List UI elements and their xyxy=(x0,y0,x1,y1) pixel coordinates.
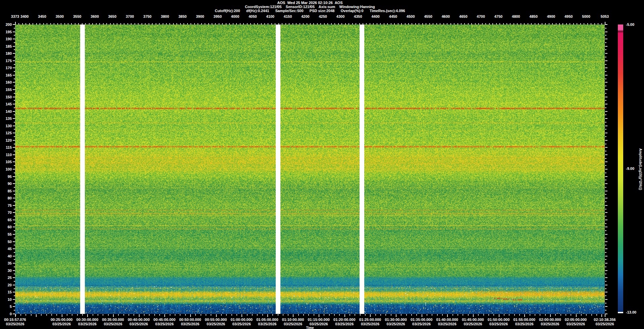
time-axis-tick xyxy=(108,314,109,316)
left-axis-tick-label: 55 xyxy=(8,232,12,236)
time-axis-tick xyxy=(391,314,391,316)
left-axis-tick xyxy=(13,241,15,242)
time-tick-label: 00:35:00.000 xyxy=(102,318,124,322)
header-title: AOS Wed 25 Mar 2026 02:10:26 AOS xyxy=(15,1,605,5)
right-axis-tick xyxy=(605,198,607,198)
top-axis-tick-label: 4600 xyxy=(442,14,450,18)
right-axis-tick xyxy=(605,154,607,155)
right-axis-tick xyxy=(605,158,606,159)
left-axis-tick-label: 50 xyxy=(8,240,12,244)
right-axis-tick xyxy=(605,28,606,29)
time-axis-tick xyxy=(566,314,566,316)
time-axis-tick xyxy=(211,314,211,316)
time-axis-tick xyxy=(72,314,72,316)
time-axis-tick xyxy=(190,314,191,317)
time-axis-tick xyxy=(51,314,52,316)
right-axis-tick xyxy=(605,118,607,119)
left-axis-tick xyxy=(13,161,15,162)
time-axis-tick xyxy=(236,314,237,316)
time-tick-label: 01:40:00.000 xyxy=(436,318,458,322)
time-tick-label: 01:55:00.000 xyxy=(513,318,535,322)
left-axis-tick xyxy=(13,227,15,227)
right-axis-tick xyxy=(605,205,607,206)
right-axis-tick xyxy=(605,35,606,36)
right-axis-tick xyxy=(605,42,606,43)
top-axis-tick-label: 3550 xyxy=(73,14,81,18)
left-frequency-axis: 2001951901851801751701651601551501451401… xyxy=(0,0,15,329)
left-axis-tick-label: 45 xyxy=(8,247,12,251)
left-axis-tick-label: 170 xyxy=(6,66,12,70)
right-axis-tick xyxy=(605,180,606,180)
left-axis-tick-label: 70 xyxy=(8,210,12,215)
left-axis-tick-label: 105 xyxy=(6,160,12,164)
left-axis-tick xyxy=(13,306,15,307)
top-axis-tick-label: 3700 xyxy=(126,14,134,18)
time-axis-tick xyxy=(571,314,571,316)
left-axis-tick xyxy=(13,75,15,76)
time-axis-tick xyxy=(62,314,62,317)
date-tick-label: 03/25/2026 xyxy=(595,322,614,326)
right-axis-tick xyxy=(605,306,607,307)
time-axis-tick xyxy=(596,314,597,316)
time-tick-label: 02:00:00.000 xyxy=(539,318,561,322)
left-axis-tick-label: 125 xyxy=(6,131,12,135)
top-record-axis: 3373340034503500355036003650370037503800… xyxy=(15,14,605,19)
left-axis-tick xyxy=(13,198,15,198)
time-axis-tick xyxy=(530,314,530,316)
right-axis-tick xyxy=(605,183,607,184)
time-axis-tick xyxy=(123,314,124,316)
left-axis-tick xyxy=(13,60,15,61)
top-axis-tick-label: 4850 xyxy=(529,14,537,18)
right-axis-tick xyxy=(605,314,607,314)
right-axis-tick xyxy=(605,100,606,101)
date-tick-label: 03/25/2026 xyxy=(412,322,431,326)
time-axis-tick xyxy=(324,314,324,316)
time-axis-tick xyxy=(493,314,494,316)
time-axis-tick xyxy=(463,314,463,316)
right-axis-tick xyxy=(605,223,606,224)
top-axis-tick-label: 3400 xyxy=(20,14,29,18)
right-axis-tick xyxy=(605,299,607,300)
time-axis-tick xyxy=(67,314,67,316)
left-axis-tick-label: 90 xyxy=(8,182,12,186)
right-axis-tick xyxy=(605,32,607,32)
time-axis-tick xyxy=(586,314,587,316)
time-tick-label: 01:15:00.000 xyxy=(308,318,329,322)
time-axis-tick xyxy=(365,314,366,316)
time-axis-tick xyxy=(385,314,386,316)
time-axis-tick xyxy=(206,314,206,316)
left-axis-tick xyxy=(13,299,15,300)
left-axis-tick-label: 185 xyxy=(6,44,12,48)
left-axis-tick-label: 190 xyxy=(6,37,12,41)
right-axis-tick xyxy=(605,176,607,177)
time-axis-tick xyxy=(20,314,21,316)
time-axis-tick xyxy=(488,314,489,316)
colorbar-tick-label: -5.00 xyxy=(626,22,634,27)
left-axis-tick xyxy=(13,97,15,97)
time-axis-tick xyxy=(154,314,155,316)
time-tick-label: 00:30:00.000 xyxy=(76,318,98,322)
time-axis-tick xyxy=(93,314,93,316)
left-axis-tick-label: 15 xyxy=(8,290,12,294)
top-axis-tick-label: 4900 xyxy=(547,14,555,18)
time-axis-tick xyxy=(41,314,42,316)
right-axis-tick xyxy=(605,303,606,303)
date-tick-label: 03/25/2026 xyxy=(258,322,276,326)
right-axis-tick xyxy=(605,187,606,188)
top-axis-tick-label: 3600 xyxy=(91,14,99,18)
time-axis-ticks xyxy=(15,314,605,317)
left-axis-tick xyxy=(13,32,15,32)
right-axis-tick xyxy=(605,270,607,271)
time-axis-tick xyxy=(360,314,361,316)
top-axis-tick-label: 4450 xyxy=(389,14,397,18)
right-axis-tick xyxy=(605,75,607,76)
date-tick-label: 03/25/2026 xyxy=(129,322,148,326)
top-axis-tick-label: 4700 xyxy=(477,14,485,18)
time-axis-tick xyxy=(113,314,114,317)
right-axis-tick xyxy=(605,133,607,133)
date-tick-label: 03/25/2026 xyxy=(541,322,559,326)
top-axis-tick-label: 3800 xyxy=(161,14,169,18)
right-axis-tick xyxy=(605,107,606,108)
left-axis-tick xyxy=(13,277,15,278)
left-axis-tick xyxy=(13,67,15,68)
